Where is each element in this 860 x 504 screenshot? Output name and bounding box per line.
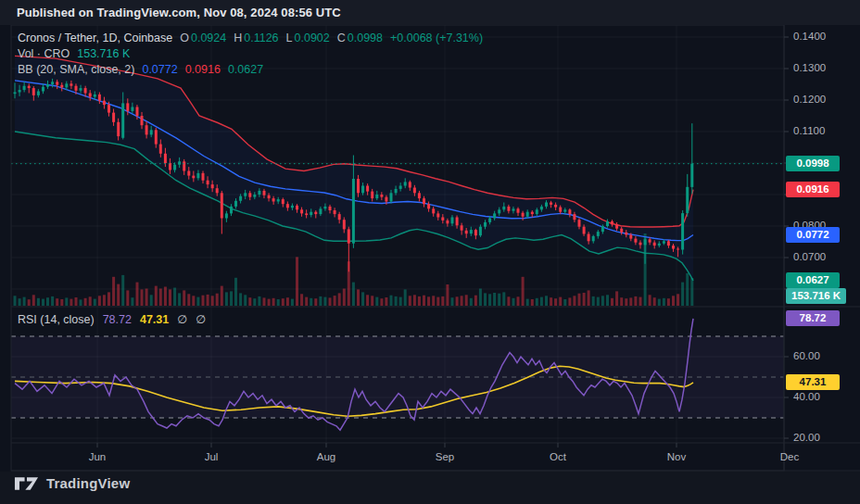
bb-legend-row[interactable]: BB (20, SMA, close, 2)0.07720.09160.0627 [18,62,483,78]
price-scale-label: 0.1100 [793,125,825,136]
bb-basis-value: 0.0772 [142,63,177,76]
bb-upper-value: 0.0916 [185,63,221,76]
bb-lower-value: 0.0627 [228,63,263,76]
change-value: +0.0068 (+7.31%) [390,32,483,44]
rsi-legend-row[interactable]: RSI (14, close)78.7247.31∅∅ [18,312,206,326]
time-scale-month-label: Jun [89,451,107,462]
symbol-legend-row[interactable]: Cronos / Tether, 1D, CoinbaseO0.0924H0.1… [18,31,483,46]
volume-value: 153.716 K [77,47,130,60]
tradingview-attribution[interactable]: TradingView [14,475,130,491]
bb-label: BB (20, SMA, close, 2) [18,63,134,76]
price-badge: 0.0772 [786,227,840,243]
close-label: C [337,32,346,44]
symbol-title: Cronos / Tether, 1D, Coinbase [18,32,172,44]
low-value: 0.0902 [295,32,330,44]
price-scale-label: 0.0700 [793,251,826,262]
price-badge: 0.0627 [786,272,840,288]
time-scale-month-label: Aug [317,451,335,462]
rsi-label: RSI (14, close) [18,313,95,326]
price-scale-label: 0.1300 [793,62,826,73]
rsi-scale-label: 40.00 [793,391,820,402]
high-label: H [234,32,242,44]
publish-banner-text: Published on TradingView.com, Nov 08, 20… [0,6,341,19]
rsi-badge: 47.31 [786,374,840,390]
publish-banner: Published on TradingView.com, Nov 08, 20… [0,0,860,25]
price-scale-label: 0.1200 [793,94,826,105]
rsi-value: 78.72 [103,313,132,326]
open-value: 0.0924 [191,32,226,44]
time-scale-month-label: Sep [436,451,454,462]
low-label: L [286,32,293,44]
high-value: 0.1126 [244,32,278,44]
price-badge: 0.0998 [786,156,840,171]
price-badge: 153.716 K [786,288,846,304]
price-badge: 0.0916 [786,182,840,197]
main-legend: Cronos / Tether, 1D, CoinbaseO0.0924H0.1… [18,31,483,78]
time-scale-month-label: Nov [667,451,686,462]
price-scale-label: 0.1400 [793,31,826,42]
volume-label: Vol · CRO [18,47,70,60]
rsi-hidden-band-icon: ∅ [177,313,187,326]
close-value: 0.0998 [348,32,383,44]
rsi-ma-value: 47.31 [140,313,169,326]
tradingview-logo-icon [14,476,39,491]
rsi-badge: 78.72 [786,310,840,326]
rsi-hidden-band-icon: ∅ [196,313,206,326]
rsi-scale-label: 20.00 [793,432,820,443]
time-scale-month-label: Dec [780,451,799,462]
open-label: O [180,32,189,44]
time-scale-month-label: Oct [550,451,566,462]
tradingview-brand-text: TradingView [46,475,130,491]
rsi-scale-label: 60.00 [793,350,820,361]
volume-legend-row[interactable]: Vol · CRO153.716 K [18,46,483,62]
time-scale-month-label: Jul [205,451,219,462]
